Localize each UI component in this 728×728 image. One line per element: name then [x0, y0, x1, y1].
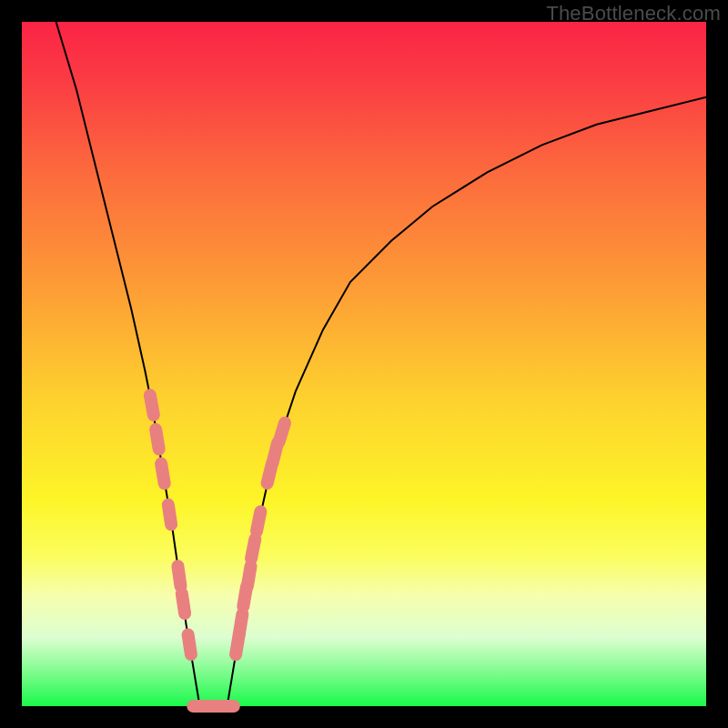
data-marker	[168, 505, 171, 525]
data-marker	[248, 566, 251, 586]
data-marker	[156, 430, 159, 450]
data-marker	[239, 614, 243, 634]
bottleneck-curve	[56, 22, 706, 706]
marker-group	[150, 395, 285, 706]
data-marker	[257, 511, 260, 531]
data-marker	[177, 566, 180, 586]
data-marker	[161, 464, 165, 484]
data-marker	[188, 634, 191, 654]
data-marker	[182, 593, 185, 613]
chart-overlay	[22, 22, 706, 706]
data-marker	[279, 423, 286, 442]
chart-frame: TheBottleneck.com	[0, 0, 728, 728]
data-marker	[251, 539, 255, 559]
data-marker	[150, 395, 154, 415]
curve-group	[56, 22, 706, 706]
